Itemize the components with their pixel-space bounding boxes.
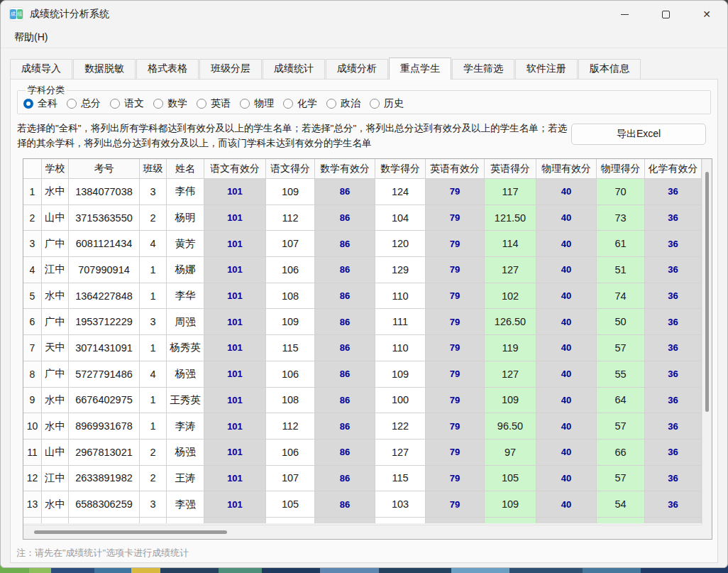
cell[interactable]: 广中 <box>42 309 69 335</box>
cell[interactable]: 101 <box>204 491 266 518</box>
horizontal-scrollbar[interactable] <box>23 525 702 539</box>
column-header-13[interactable]: 化学有效分 <box>645 159 702 179</box>
row-header-cell[interactable]: 8 <box>23 361 42 388</box>
radio-icon[interactable] <box>283 99 293 109</box>
tab-7[interactable]: 重点学生 <box>389 58 451 80</box>
cell[interactable]: 127 <box>375 440 426 466</box>
cell[interactable]: 86 <box>315 361 375 388</box>
vertical-scrollbar-thumb[interactable] <box>705 172 709 412</box>
cell[interactable]: 124 <box>375 179 426 205</box>
cell[interactable]: 107 <box>266 231 315 257</box>
cell[interactable]: 86 <box>315 205 375 231</box>
row-header-cell[interactable]: 5 <box>23 283 42 310</box>
cell[interactable]: 6588306259 <box>69 491 140 518</box>
column-header-3[interactable]: 班级 <box>140 159 167 179</box>
cell[interactable]: 40 <box>536 283 597 310</box>
cell[interactable]: 101 <box>204 335 266 361</box>
cell[interactable]: 102 <box>485 283 536 310</box>
cell[interactable]: 杨明 <box>167 205 204 231</box>
cell[interactable]: 86 <box>315 413 375 440</box>
cell[interactable]: 86 <box>315 283 375 310</box>
subject-radio-1[interactable]: 全科 <box>23 97 57 110</box>
row-header-cell[interactable]: 11 <box>23 440 42 466</box>
cell[interactable]: 122 <box>375 413 426 440</box>
cell[interactable]: 1384077038 <box>69 179 140 205</box>
cell[interactable]: 101 <box>204 388 266 414</box>
cell[interactable]: 86 <box>315 440 375 466</box>
cell[interactable]: 101 <box>204 309 266 335</box>
cell[interactable]: 40 <box>536 361 597 388</box>
row-header-cell[interactable]: 9 <box>23 388 42 414</box>
cell[interactable]: 40 <box>536 309 597 335</box>
column-header-1[interactable]: 学校 <box>42 159 69 179</box>
cell[interactable]: 36 <box>645 440 702 466</box>
cell[interactable]: 79 <box>426 257 485 283</box>
cell[interactable]: 100 <box>375 388 426 414</box>
tab-9[interactable]: 软件注册 <box>515 59 578 79</box>
cell[interactable]: 101 <box>204 205 266 231</box>
radio-icon[interactable] <box>110 99 120 109</box>
cell[interactable]: 5727791486 <box>69 361 140 388</box>
column-header-11[interactable]: 物理有效分 <box>536 159 597 179</box>
cell[interactable]: 江中 <box>42 466 69 492</box>
cell[interactable]: 3715363550 <box>69 205 140 231</box>
cell[interactable]: 79 <box>426 283 485 310</box>
cell[interactable]: 山中 <box>42 205 69 231</box>
column-header-7[interactable]: 数学有效分 <box>315 159 375 179</box>
cell[interactable]: 55 <box>597 361 645 388</box>
cell[interactable]: 79 <box>426 440 485 466</box>
tab-3[interactable]: 格式表格 <box>136 59 199 79</box>
cell[interactable]: 杨强 <box>167 361 204 388</box>
cell[interactable]: 86 <box>315 179 375 205</box>
minimize-button[interactable] <box>604 1 645 28</box>
cell[interactable]: 8969931678 <box>69 413 140 440</box>
row-header-cell[interactable]: 13 <box>23 491 42 518</box>
cell[interactable]: 36 <box>645 413 702 440</box>
cell[interactable]: 79 <box>426 179 485 205</box>
column-header-4[interactable]: 姓名 <box>167 159 204 179</box>
cell[interactable]: 广中 <box>42 361 69 388</box>
cell[interactable]: 36 <box>645 231 702 257</box>
cell[interactable]: 127 <box>485 257 536 283</box>
cell[interactable]: 水中 <box>42 283 69 310</box>
cell[interactable]: 79 <box>426 466 485 492</box>
cell[interactable]: 3 <box>140 179 167 205</box>
cell[interactable]: 36 <box>645 335 702 361</box>
cell[interactable]: 109 <box>485 491 536 518</box>
cell[interactable]: 79 <box>426 491 485 518</box>
cell[interactable]: 121.50 <box>485 205 536 231</box>
cell[interactable]: 79 <box>426 205 485 231</box>
column-header-8[interactable]: 数学得分 <box>375 159 426 179</box>
cell[interactable]: 115 <box>375 466 426 492</box>
cell[interactable]: 106 <box>266 257 315 283</box>
subject-radio-8[interactable]: 政治 <box>326 97 360 110</box>
corner-header-cell[interactable] <box>23 159 42 179</box>
column-header-6[interactable]: 语文得分 <box>266 159 315 179</box>
subject-radio-4[interactable]: 数学 <box>153 97 187 110</box>
column-header-9[interactable]: 英语有效分 <box>426 159 485 179</box>
cell[interactable]: 79 <box>426 413 485 440</box>
cell[interactable]: 2633891982 <box>69 466 140 492</box>
cell[interactable]: 109 <box>485 388 536 414</box>
cell[interactable]: 79 <box>426 231 485 257</box>
cell[interactable]: 水中 <box>42 388 69 414</box>
cell[interactable]: 86 <box>315 309 375 335</box>
cell[interactable]: 101 <box>204 179 266 205</box>
cell[interactable]: 6081121434 <box>69 231 140 257</box>
cell[interactable]: 109 <box>266 309 315 335</box>
cell[interactable]: 101 <box>204 283 266 310</box>
radio-icon[interactable] <box>197 99 206 109</box>
column-header-5[interactable]: 语文有效分 <box>204 159 266 179</box>
cell[interactable]: 104 <box>375 205 426 231</box>
cell[interactable]: 杨娜 <box>167 257 204 283</box>
cell[interactable]: 117 <box>485 179 536 205</box>
export-excel-button[interactable]: 导出Excel <box>571 124 706 145</box>
cell[interactable]: 36 <box>645 283 702 310</box>
radio-icon[interactable] <box>370 99 380 109</box>
cell[interactable]: 57 <box>597 335 645 361</box>
cell[interactable]: 86 <box>315 231 375 257</box>
cell[interactable]: 73 <box>597 205 645 231</box>
radio-icon[interactable] <box>326 99 336 109</box>
cell[interactable]: 江中 <box>42 257 69 283</box>
cell[interactable]: 101 <box>204 231 266 257</box>
